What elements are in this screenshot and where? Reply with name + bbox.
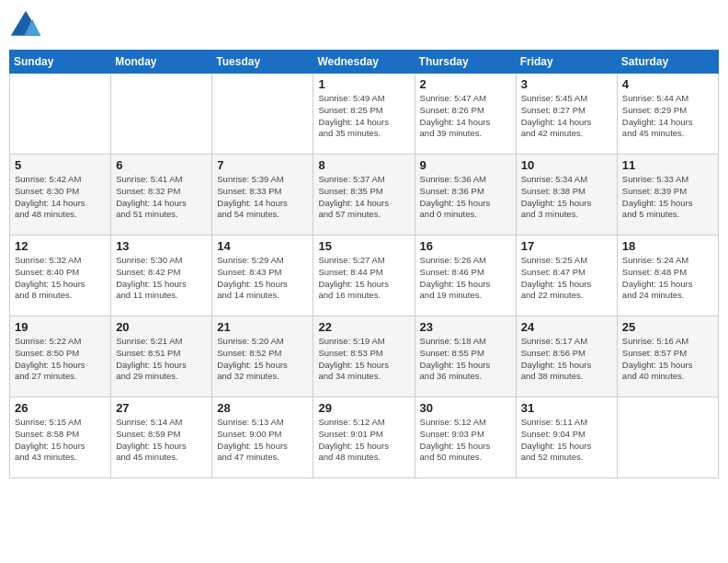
day-info: Sunrise: 5:19 AM Sunset: 8:53 PM Dayligh… — [318, 336, 409, 383]
calendar-cell: 18Sunrise: 5:24 AM Sunset: 8:48 PM Dayli… — [617, 236, 718, 316]
calendar-table: SundayMondayTuesdayWednesdayThursdayFrid… — [9, 50, 719, 478]
calendar-cell: 22Sunrise: 5:19 AM Sunset: 8:53 PM Dayli… — [313, 316, 415, 397]
calendar-week-row: 26Sunrise: 5:15 AM Sunset: 8:58 PM Dayli… — [10, 397, 719, 478]
day-number: 2 — [420, 77, 511, 91]
calendar-cell: 4Sunrise: 5:44 AM Sunset: 8:29 PM Daylig… — [617, 74, 718, 155]
day-number: 14 — [217, 239, 308, 253]
page-header — [9, 9, 719, 42]
day-info: Sunrise: 5:30 AM Sunset: 8:42 PM Dayligh… — [116, 255, 207, 302]
day-info: Sunrise: 5:17 AM Sunset: 8:56 PM Dayligh… — [521, 336, 612, 383]
day-info: Sunrise: 5:21 AM Sunset: 8:51 PM Dayligh… — [116, 336, 207, 383]
day-number: 20 — [116, 320, 207, 334]
day-info: Sunrise: 5:25 AM Sunset: 8:47 PM Dayligh… — [521, 255, 612, 302]
day-info: Sunrise: 5:13 AM Sunset: 9:00 PM Dayligh… — [217, 417, 308, 464]
calendar-cell: 24Sunrise: 5:17 AM Sunset: 8:56 PM Dayli… — [516, 316, 617, 397]
calendar-cell: 31Sunrise: 5:11 AM Sunset: 9:04 PM Dayli… — [516, 397, 617, 478]
day-info: Sunrise: 5:14 AM Sunset: 8:59 PM Dayligh… — [116, 417, 207, 464]
calendar-cell: 9Sunrise: 5:36 AM Sunset: 8:36 PM Daylig… — [415, 155, 516, 236]
day-number: 21 — [217, 320, 308, 334]
day-number: 12 — [15, 239, 106, 253]
day-info: Sunrise: 5:36 AM Sunset: 8:36 PM Dayligh… — [420, 174, 511, 221]
calendar-cell: 13Sunrise: 5:30 AM Sunset: 8:42 PM Dayli… — [111, 236, 212, 316]
calendar-cell: 26Sunrise: 5:15 AM Sunset: 8:58 PM Dayli… — [10, 397, 111, 478]
day-info: Sunrise: 5:12 AM Sunset: 9:03 PM Dayligh… — [420, 417, 511, 464]
calendar-cell: 10Sunrise: 5:34 AM Sunset: 8:38 PM Dayli… — [516, 155, 617, 236]
day-number: 5 — [15, 158, 106, 172]
calendar-cell: 23Sunrise: 5:18 AM Sunset: 8:55 PM Dayli… — [415, 316, 516, 397]
calendar-week-row: 19Sunrise: 5:22 AM Sunset: 8:50 PM Dayli… — [10, 316, 719, 397]
day-info: Sunrise: 5:16 AM Sunset: 8:57 PM Dayligh… — [622, 336, 713, 383]
day-number: 15 — [318, 239, 409, 253]
weekday-header-friday: Friday — [516, 51, 617, 74]
day-info: Sunrise: 5:37 AM Sunset: 8:35 PM Dayligh… — [318, 174, 409, 221]
calendar-cell: 27Sunrise: 5:14 AM Sunset: 8:59 PM Dayli… — [111, 397, 212, 478]
calendar-cell: 28Sunrise: 5:13 AM Sunset: 9:00 PM Dayli… — [212, 397, 313, 478]
calendar-cell: 2Sunrise: 5:47 AM Sunset: 8:26 PM Daylig… — [415, 74, 516, 155]
day-info: Sunrise: 5:11 AM Sunset: 9:04 PM Dayligh… — [521, 417, 612, 464]
day-number: 7 — [217, 158, 308, 172]
calendar-cell — [617, 397, 718, 478]
calendar-week-row: 12Sunrise: 5:32 AM Sunset: 8:40 PM Dayli… — [10, 236, 719, 316]
weekday-header-saturday: Saturday — [617, 51, 718, 74]
weekday-header-tuesday: Tuesday — [212, 51, 313, 74]
day-number: 11 — [622, 158, 713, 172]
day-number: 3 — [521, 77, 612, 91]
day-info: Sunrise: 5:18 AM Sunset: 8:55 PM Dayligh… — [420, 336, 511, 383]
day-info: Sunrise: 5:45 AM Sunset: 8:27 PM Dayligh… — [521, 93, 612, 140]
day-info: Sunrise: 5:47 AM Sunset: 8:26 PM Dayligh… — [420, 93, 511, 140]
day-number: 16 — [420, 239, 511, 253]
day-info: Sunrise: 5:15 AM Sunset: 8:58 PM Dayligh… — [15, 417, 106, 464]
day-info: Sunrise: 5:12 AM Sunset: 9:01 PM Dayligh… — [318, 417, 409, 464]
day-number: 25 — [622, 320, 713, 334]
day-number: 8 — [318, 158, 409, 172]
calendar-cell: 30Sunrise: 5:12 AM Sunset: 9:03 PM Dayli… — [415, 397, 516, 478]
day-info: Sunrise: 5:33 AM Sunset: 8:39 PM Dayligh… — [622, 174, 713, 221]
calendar-cell: 6Sunrise: 5:41 AM Sunset: 8:32 PM Daylig… — [111, 155, 212, 236]
calendar-cell: 5Sunrise: 5:42 AM Sunset: 8:30 PM Daylig… — [10, 155, 111, 236]
calendar-cell: 15Sunrise: 5:27 AM Sunset: 8:44 PM Dayli… — [313, 236, 415, 316]
day-info: Sunrise: 5:27 AM Sunset: 8:44 PM Dayligh… — [318, 255, 409, 302]
day-number: 4 — [622, 77, 713, 91]
day-number: 10 — [521, 158, 612, 172]
logo — [9, 9, 46, 42]
day-number: 6 — [116, 158, 207, 172]
day-number: 1 — [318, 77, 409, 91]
day-number: 22 — [318, 320, 409, 334]
day-info: Sunrise: 5:24 AM Sunset: 8:48 PM Dayligh… — [622, 255, 713, 302]
day-info: Sunrise: 5:49 AM Sunset: 8:25 PM Dayligh… — [318, 93, 409, 140]
calendar-cell — [10, 74, 111, 155]
calendar-cell: 11Sunrise: 5:33 AM Sunset: 8:39 PM Dayli… — [617, 155, 718, 236]
weekday-header-wednesday: Wednesday — [313, 51, 415, 74]
day-number: 26 — [15, 401, 106, 415]
day-info: Sunrise: 5:39 AM Sunset: 8:33 PM Dayligh… — [217, 174, 308, 221]
day-info: Sunrise: 5:26 AM Sunset: 8:46 PM Dayligh… — [420, 255, 511, 302]
calendar-cell: 1Sunrise: 5:49 AM Sunset: 8:25 PM Daylig… — [313, 74, 415, 155]
calendar-cell: 21Sunrise: 5:20 AM Sunset: 8:52 PM Dayli… — [212, 316, 313, 397]
day-number: 28 — [217, 401, 308, 415]
calendar-cell: 20Sunrise: 5:21 AM Sunset: 8:51 PM Dayli… — [111, 316, 212, 397]
day-number: 24 — [521, 320, 612, 334]
day-number: 9 — [420, 158, 511, 172]
calendar-week-row: 5Sunrise: 5:42 AM Sunset: 8:30 PM Daylig… — [10, 155, 719, 236]
weekday-header-row: SundayMondayTuesdayWednesdayThursdayFrid… — [10, 51, 719, 74]
calendar-cell: 8Sunrise: 5:37 AM Sunset: 8:35 PM Daylig… — [313, 155, 415, 236]
calendar-cell: 12Sunrise: 5:32 AM Sunset: 8:40 PM Dayli… — [10, 236, 111, 316]
day-number: 13 — [116, 239, 207, 253]
weekday-header-monday: Monday — [111, 51, 212, 74]
logo-icon — [9, 9, 42, 42]
calendar-cell: 16Sunrise: 5:26 AM Sunset: 8:46 PM Dayli… — [415, 236, 516, 316]
day-number: 31 — [521, 401, 612, 415]
weekday-header-thursday: Thursday — [415, 51, 516, 74]
calendar-cell: 7Sunrise: 5:39 AM Sunset: 8:33 PM Daylig… — [212, 155, 313, 236]
calendar-week-row: 1Sunrise: 5:49 AM Sunset: 8:25 PM Daylig… — [10, 74, 719, 155]
day-info: Sunrise: 5:34 AM Sunset: 8:38 PM Dayligh… — [521, 174, 612, 221]
calendar-cell — [212, 74, 313, 155]
calendar-cell: 14Sunrise: 5:29 AM Sunset: 8:43 PM Dayli… — [212, 236, 313, 316]
calendar-cell: 17Sunrise: 5:25 AM Sunset: 8:47 PM Dayli… — [516, 236, 617, 316]
calendar-cell: 3Sunrise: 5:45 AM Sunset: 8:27 PM Daylig… — [516, 74, 617, 155]
day-info: Sunrise: 5:44 AM Sunset: 8:29 PM Dayligh… — [622, 93, 713, 140]
day-info: Sunrise: 5:42 AM Sunset: 8:30 PM Dayligh… — [15, 174, 106, 221]
day-info: Sunrise: 5:22 AM Sunset: 8:50 PM Dayligh… — [15, 336, 106, 383]
day-number: 29 — [318, 401, 409, 415]
calendar-cell: 19Sunrise: 5:22 AM Sunset: 8:50 PM Dayli… — [10, 316, 111, 397]
